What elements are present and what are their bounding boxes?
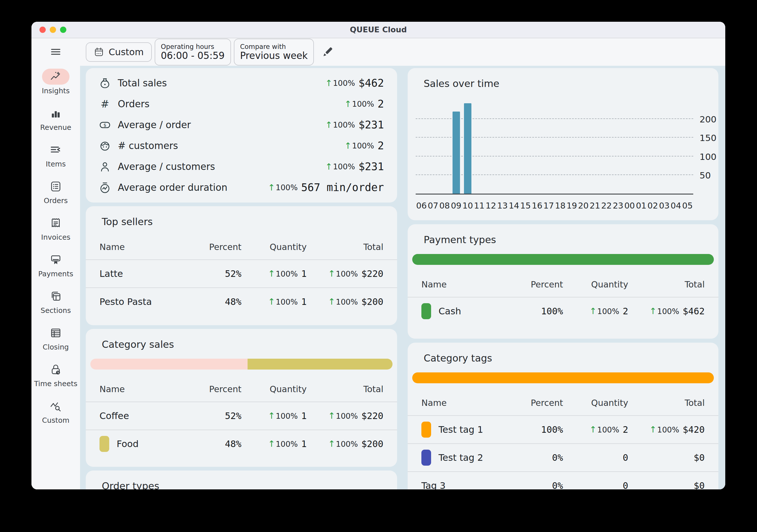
name-cell: Test tag 1 (421, 422, 506, 438)
chart-slot (670, 92, 681, 194)
sidebar-item-closing[interactable]: Closing (31, 325, 80, 361)
sales-over-time-chart: 0607080910111213141516171819202122230001… (408, 92, 718, 210)
total-cell: ↑100%$200 (328, 296, 383, 307)
panel-title: Order types (86, 471, 397, 489)
up-arrow-icon: ↑ (344, 100, 351, 109)
change-indicator: ↑100% (325, 162, 355, 171)
change-percent: 100% (336, 297, 358, 306)
column-header: Quantity (591, 398, 628, 408)
menu-icon[interactable] (49, 47, 62, 57)
row-name: Test tag 2 (439, 452, 483, 463)
quantity-cell: ↑100%2 (590, 306, 628, 317)
date-range-label: Custom (108, 47, 144, 57)
metric-value: 0 (622, 452, 628, 463)
stat-row: Total sales↑100%$462 (99, 77, 384, 89)
x-axis-tick-label: 06 (416, 201, 427, 210)
sidebar-item-invoices[interactable]: Invoices (31, 215, 80, 252)
up-arrow-icon: ↑ (325, 163, 332, 171)
total-cell: ↑100%$220 (328, 410, 383, 421)
up-arrow-icon: ↑ (268, 412, 275, 420)
change-percent: 100% (657, 425, 679, 434)
change-indicator: ↑100% (268, 412, 298, 421)
chart-slot (659, 92, 670, 194)
sidebar-item-revenue[interactable]: Revenue (31, 105, 80, 142)
sidebar-item-label: Custom (42, 416, 70, 424)
quantity-cell: ↑100%1 (268, 410, 307, 421)
sidebar-item-custom[interactable]: Custom (31, 398, 80, 435)
change-percent: 100% (597, 307, 619, 316)
compare-with-button[interactable]: Compare with Previous week (234, 39, 314, 66)
chart-slot (531, 92, 543, 194)
change-percent: 100% (352, 100, 374, 109)
row-name: Food (117, 438, 139, 449)
change-indicator: ↑100% (325, 78, 355, 87)
change-indicator: ↑100% (325, 120, 355, 129)
x-axis-tick-label: 11 (473, 201, 485, 210)
minimize-button[interactable] (50, 27, 56, 33)
date-range-button[interactable]: Custom (86, 42, 152, 62)
stat-label: Average order duration (118, 182, 227, 193)
value: 1 (301, 410, 307, 421)
column-header: Quantity (270, 242, 307, 252)
name-cell: Cash (421, 303, 506, 319)
bar-segment (248, 359, 392, 369)
close-button[interactable] (40, 27, 46, 33)
chart-slot (462, 92, 473, 194)
value: $220 (361, 410, 383, 421)
sidebar-item-sections[interactable]: Sections (31, 288, 80, 325)
bar-segment (412, 372, 714, 383)
metric-value: ↑100%1 (268, 410, 307, 421)
metric-value: ↑100%$200 (328, 296, 383, 307)
color-swatch (421, 422, 431, 438)
sidebar-item-insights[interactable]: Insights (31, 69, 80, 105)
name-cell: Latte (100, 268, 185, 279)
bar-09 (453, 111, 460, 194)
sidebar-item-items[interactable]: Items (31, 142, 80, 178)
x-axis-tick-label: 14 (508, 201, 520, 210)
chart-slot (635, 92, 647, 194)
main-content: Total sales↑100%$462#Orders↑100%2$Averag… (80, 66, 725, 489)
row-name: Test tag 1 (439, 424, 483, 435)
metric-value: ↑100%1 (268, 268, 307, 279)
change-percent: 100% (333, 78, 355, 87)
table-row: Test tag 1100%↑100%2↑100%$420 (408, 416, 718, 443)
quantity-cell: ↑100%1 (268, 438, 307, 449)
invoices-icon (42, 215, 70, 231)
svg-text:#: # (101, 98, 109, 110)
change-indicator: ↑100% (328, 269, 358, 278)
metric-value: ↑100%1 (268, 296, 307, 307)
value: $220 (361, 268, 383, 279)
app-window: QUEUE Cloud Custom Operating hours 06:00… (31, 22, 725, 489)
chart-slot (543, 92, 554, 194)
up-arrow-icon: ↑ (268, 269, 275, 278)
y-axis-tick-label: 100 (700, 152, 716, 162)
sidebar-item-label: Insights (42, 87, 70, 95)
sidebar-item-payments[interactable]: Payments (31, 252, 80, 288)
chart-slot (427, 92, 439, 194)
zoom-button[interactable] (60, 27, 66, 33)
change-percent: 100% (597, 425, 619, 434)
sidebar-item-orders[interactable]: Orders (31, 178, 80, 215)
bar-10 (464, 103, 471, 194)
column-header: Total (685, 398, 705, 408)
x-axis-tick-label: 13 (497, 201, 508, 210)
edit-pencil-icon[interactable] (321, 46, 334, 59)
change-percent: 100% (276, 297, 298, 306)
stat-label: Average / customers (118, 161, 215, 172)
change-indicator: ↑100% (344, 100, 374, 109)
column-header: Name (100, 384, 125, 394)
table-row: Test tag 20%0$0 (408, 444, 718, 471)
column-header: Name (421, 279, 447, 290)
operating-hours-label: Operating hours (161, 43, 214, 50)
x-axis-tick-label: 12 (485, 201, 497, 210)
chart-slot (416, 92, 427, 194)
summary-stats-panel: Total sales↑100%$462#Orders↑100%2$Averag… (86, 68, 397, 203)
table-row: Cash100%↑100%2↑100%$462 (408, 297, 718, 325)
column-header: Quantity (270, 384, 307, 394)
change-indicator: ↑100% (268, 440, 298, 449)
quantity-cell: ↑100%1 (268, 296, 307, 307)
sidebar-item-timesheets[interactable]: Time sheets (31, 361, 80, 398)
row-name: Tag 3 (421, 480, 446, 489)
operating-hours-button[interactable]: Operating hours 06:00 - 05:59 (155, 39, 231, 66)
change-indicator: ↑100% (590, 425, 619, 434)
